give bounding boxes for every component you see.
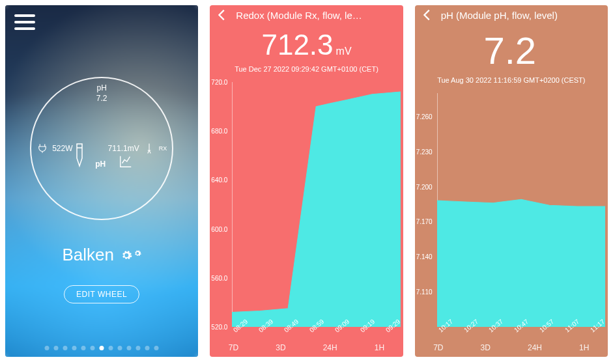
back-icon[interactable] [215, 8, 229, 22]
range-1h[interactable]: 1H [375, 343, 384, 352]
ph-xticks: 10:1710:2710:3710:4710:5711:0711:17 [437, 328, 605, 337]
device-title-row: Balken [62, 245, 141, 265]
range-7d[interactable]: 7D [433, 343, 443, 352]
redox-xticks: 08:2908:3908:4908:5909:0909:1909:29 [232, 328, 400, 337]
redox-title: Redox (Module Rx, flow, le… [236, 10, 362, 21]
ph-value: 7.2 [484, 29, 537, 72]
y-tick: 560.0 [211, 274, 227, 281]
gear-icon [121, 249, 132, 261]
page-dot[interactable] [127, 346, 132, 350]
page-dot[interactable] [109, 346, 113, 350]
ph-value-row: 7.2 [415, 29, 608, 72]
ph-chart[interactable]: 7.1107.1407.1707.2007.2307.260 10:1710:2… [415, 88, 608, 357]
redox-header: Redox (Module Rx, flow, le… [210, 5, 403, 25]
wheel-watt-value: 522W [52, 144, 72, 153]
wheel-ph[interactable]: pH 7.2 [96, 83, 107, 103]
redox-value: 712.3 [261, 29, 333, 61]
plug-icon [36, 143, 48, 154]
y-tick: 7.110 [416, 288, 433, 296]
range-24h[interactable]: 24H [323, 343, 337, 352]
sensor-wheel[interactable]: pH 7.2 522W 711.1mV RX pH [30, 77, 173, 220]
device-name: Balken [62, 245, 114, 265]
probe-icon [143, 143, 155, 154]
wheel-center[interactable]: pH [70, 143, 133, 169]
y-tick: 7.200 [416, 183, 433, 190]
ph-probe-icon [70, 143, 89, 169]
page-dot[interactable] [136, 346, 141, 350]
page-dot[interactable] [100, 346, 104, 350]
ph-title: pH (Module pH, flow, level) [441, 10, 558, 21]
ph-header: pH (Module pH, flow, level) [415, 5, 608, 25]
back-icon[interactable] [420, 8, 435, 22]
settings-button[interactable] [121, 249, 141, 261]
y-tick: 7.170 [416, 218, 433, 225]
wheel-rx-label: RX [159, 145, 167, 152]
page-dot[interactable] [81, 346, 86, 350]
range-3d[interactable]: 3D [276, 343, 285, 352]
redox-chart[interactable]: 520.0560.0600.0640.0680.0720.0 08:2908:3… [210, 77, 403, 357]
y-tick: 7.230 [416, 148, 433, 155]
range-3d[interactable]: 3D [481, 343, 491, 352]
y-tick: 640.0 [211, 176, 227, 184]
ph-plot-svg [437, 93, 605, 327]
chart-line-icon [119, 154, 133, 169]
wheel-center-ph-label: pH [95, 160, 106, 169]
y-tick: 7.140 [416, 253, 433, 260]
wheel-ph-label: pH [96, 83, 106, 92]
menu-icon[interactable] [14, 14, 35, 30]
page-dot[interactable] [118, 346, 122, 350]
page-dot[interactable] [54, 346, 59, 350]
redox-unit: mV [336, 46, 352, 57]
y-tick: 680.0 [211, 128, 227, 135]
y-tick: 600.0 [211, 225, 227, 232]
range-7d[interactable]: 7D [229, 343, 238, 352]
redox-value-row: 712.3 mV [210, 29, 403, 61]
edit-wheel-button[interactable]: EDIT WHEEL [64, 285, 139, 303]
page-dot[interactable] [45, 346, 50, 350]
page-dot[interactable] [145, 346, 150, 350]
ph-screen: pH (Module pH, flow, level) 7.2 Tue Aug … [415, 5, 608, 357]
redox-screen: Redox (Module Rx, flow, le… 712.3 mV Tue… [210, 5, 403, 357]
page-dot[interactable] [72, 346, 77, 350]
ph-range-row: 7D3D24H1H [415, 339, 608, 357]
wheel-watt[interactable]: 522W [36, 143, 72, 154]
y-tick: 520.0 [211, 324, 227, 331]
range-1h[interactable]: 1H [579, 343, 589, 352]
redox-timestamp: Tue Dec 27 2022 09:29:42 GMT+0100 (CET) [210, 65, 403, 73]
range-24h[interactable]: 24H [528, 343, 542, 352]
redox-range-row: 7D3D24H1H [210, 339, 403, 357]
ph-timestamp: Tue Aug 30 2022 11:16:59 GMT+0200 (CEST) [415, 76, 608, 84]
y-tick: 720.0 [211, 79, 227, 86]
page-dots[interactable] [45, 346, 159, 350]
wheel-ph-value: 7.2 [96, 94, 107, 103]
gear-small-icon [134, 249, 141, 257]
page-dot[interactable] [63, 346, 68, 350]
home-screen: pH 7.2 522W 711.1mV RX pH Balken [5, 5, 198, 357]
page-dot[interactable] [91, 346, 95, 350]
edit-wheel-label: EDIT WHEEL [76, 290, 127, 299]
page-dot[interactable] [154, 346, 159, 350]
y-tick: 7.260 [416, 113, 433, 120]
redox-plot-svg [232, 82, 400, 327]
